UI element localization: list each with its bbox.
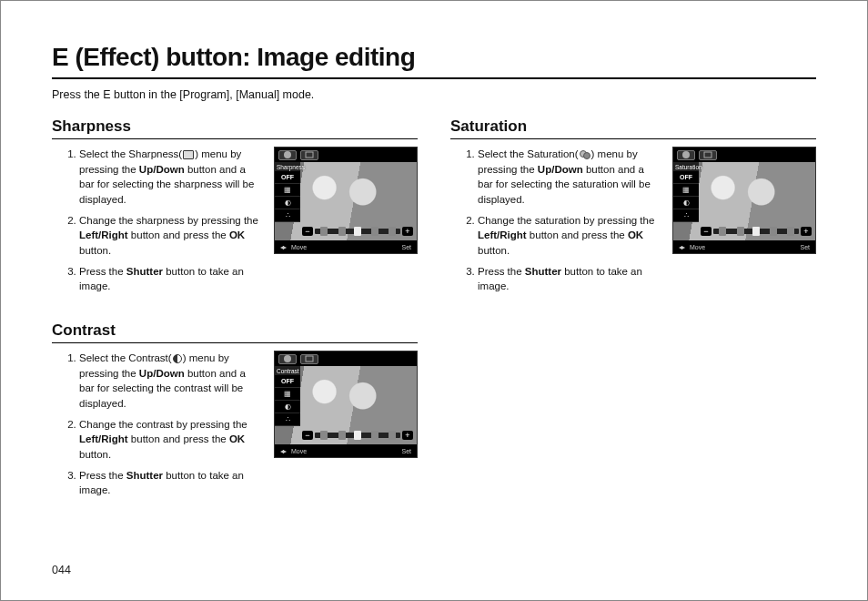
screenshot-saturation: Saturation OFF ▦ ◐ ∴ − + [672, 147, 816, 254]
svg-point-2 [284, 355, 291, 362]
arrows-icon [280, 447, 286, 455]
frame-icon [300, 354, 318, 364]
set-label: Set [401, 448, 411, 454]
menu-item-off: OFF [275, 375, 300, 388]
sharpness-icon [183, 150, 194, 159]
minus-icon: − [302, 431, 313, 440]
adjust-slider: − + [302, 226, 413, 237]
plus-icon: + [402, 227, 413, 236]
intro-text: Press the E button in the [Program], [Ma… [52, 88, 816, 101]
list-item: Press the Shutter button to take an imag… [478, 264, 660, 294]
menu-label: Saturation [673, 162, 699, 171]
menu-item: ▦ [275, 388, 300, 401]
list-item: Press the Shutter button to take an imag… [79, 264, 261, 294]
menu-item: ◐ [275, 401, 300, 413]
svg-rect-3 [306, 356, 313, 362]
move-label: Move [690, 244, 705, 250]
menu-item: ▦ [673, 184, 699, 197]
svg-point-4 [682, 151, 690, 158]
saturation-icon [580, 150, 590, 159]
section-sharpness: Sharpness Select the Sharpness() menu by… [52, 117, 418, 300]
menu-item: ◐ [673, 197, 699, 209]
set-label: Set [800, 244, 810, 250]
contrast-icon [173, 354, 182, 363]
list-item: Select the Sharpness() menu by pressing … [79, 147, 261, 208]
page-title: E (Effect) button: Image editing [52, 43, 816, 79]
menu-item: ▦ [275, 184, 300, 197]
menu-item: ◐ [275, 197, 300, 209]
menu-item: ∴ [275, 209, 300, 222]
minus-icon: − [701, 227, 712, 236]
minus-icon: − [302, 227, 313, 236]
heading-sharpness: Sharpness [52, 117, 418, 139]
menu-item-off: OFF [673, 171, 699, 184]
frame-icon [300, 150, 318, 160]
arrows-icon [280, 243, 286, 251]
section-saturation: Saturation Select the Saturation() menu … [450, 117, 816, 300]
svg-rect-5 [704, 152, 712, 158]
plus-icon: + [801, 227, 812, 236]
section-contrast: Contrast Select the Contrast() menu by p… [52, 321, 418, 504]
adjust-slider: − + [302, 430, 413, 441]
palette-icon [677, 150, 695, 160]
screenshot-sharpness: Sharpness OFF ▦ ◐ ∴ − + [274, 147, 418, 254]
palette-icon [278, 354, 297, 364]
palette-icon [278, 150, 297, 160]
menu-item: ∴ [673, 209, 699, 222]
arrows-icon [679, 243, 684, 251]
menu-item: ∴ [275, 413, 300, 426]
heading-contrast: Contrast [52, 321, 418, 343]
menu-label: Sharpness [275, 162, 300, 171]
move-label: Move [291, 448, 307, 454]
svg-rect-1 [306, 152, 313, 158]
frame-icon [699, 150, 717, 160]
screenshot-contrast: Contrast OFF ▦ ◐ ∴ − + [274, 351, 418, 458]
list-item: Change the saturation by pressing the Le… [478, 213, 660, 259]
plus-icon: + [402, 431, 413, 440]
list-item: Change the sharpness by pressing the Lef… [79, 213, 261, 259]
list-item: Select the Saturation() menu by pressing… [478, 147, 660, 208]
adjust-slider: − + [701, 226, 812, 237]
list-item: Select the Contrast() menu by pressing t… [79, 351, 261, 412]
move-label: Move [291, 244, 307, 250]
list-item: Change the contrast by pressing the Left… [79, 417, 261, 463]
menu-item-off: OFF [275, 171, 300, 184]
menu-label: Contrast [275, 366, 300, 375]
steps-contrast: Select the Contrast() menu by pressing t… [52, 351, 261, 504]
page-number: 044 [52, 564, 71, 576]
steps-saturation: Select the Saturation() menu by pressing… [450, 147, 660, 300]
heading-saturation: Saturation [450, 117, 816, 139]
set-label: Set [401, 244, 411, 250]
svg-point-0 [284, 151, 291, 158]
list-item: Press the Shutter button to take an imag… [79, 468, 261, 498]
steps-sharpness: Select the Sharpness() menu by pressing … [52, 147, 261, 300]
